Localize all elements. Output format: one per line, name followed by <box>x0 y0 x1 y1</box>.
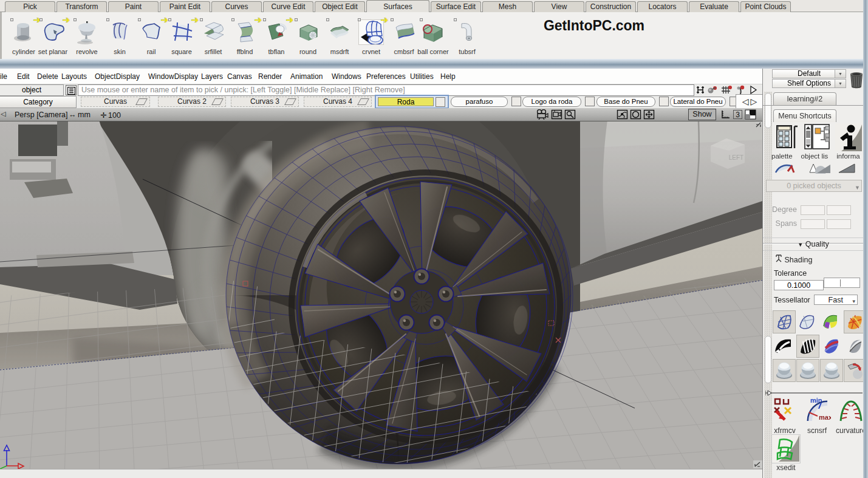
svg-text:max: max <box>819 414 831 421</box>
